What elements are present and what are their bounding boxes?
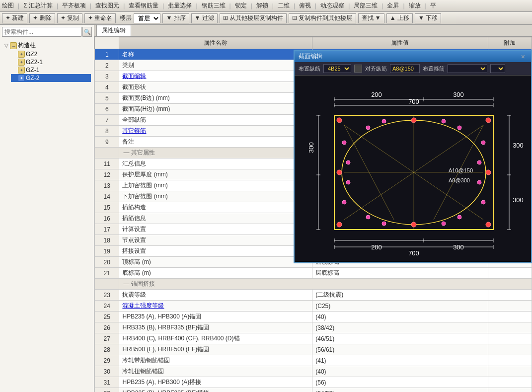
tree-item-gz-1[interactable]: ✦ GZ-1 bbox=[11, 66, 91, 74]
svg-text:300: 300 bbox=[453, 243, 464, 251]
tree-area: ▽ ☰ 构造柱 ✦ GZ2 ✦ GZ2-1 bbox=[0, 39, 94, 392]
prop-extra-cell bbox=[488, 366, 532, 377]
prop-name-link[interactable]: 混凝土强度等级 bbox=[122, 302, 164, 309]
move-up-button[interactable]: ▲ 上移 bbox=[386, 13, 413, 23]
tool-flat[interactable]: 平 bbox=[430, 1, 436, 10]
table-row[interactable]: 30冷轧扭钢筋锚固(40) bbox=[95, 366, 532, 377]
tool-find-diagram[interactable]: 查找图元 bbox=[95, 1, 119, 10]
tree-label-gz-2: GZ-2 bbox=[26, 75, 39, 81]
prop-value-cell[interactable]: (38/42) bbox=[312, 322, 488, 333]
floor-select[interactable]: 首层 bbox=[134, 13, 160, 23]
prop-extra-cell bbox=[488, 344, 532, 355]
tab-property-edit[interactable]: 属性编辑 bbox=[96, 25, 131, 36]
se-input-dq[interactable] bbox=[390, 64, 420, 73]
table-row[interactable]: 23抗震等级(二级抗震) bbox=[95, 290, 532, 301]
tree-item-gz2-1[interactable]: ✦ GZ2-1 bbox=[11, 58, 91, 66]
prop-name-cell: 其它箍筋 bbox=[119, 126, 312, 137]
main-area: 🔍 ▽ ☰ 构造柱 ✦ GZ2 ✦ bbox=[0, 25, 532, 392]
copy-from-button[interactable]: ⊞ 从其他楼层复制构件 bbox=[220, 13, 287, 23]
tree-root-item[interactable]: ▽ ☰ 构造柱 bbox=[3, 41, 91, 50]
prop-name-cell: 顶标高 (m) bbox=[119, 257, 312, 268]
tool-batch-select[interactable]: 批量选择 bbox=[168, 1, 192, 10]
prop-name-link[interactable]: 截面编辑 bbox=[122, 73, 146, 79]
prop-name-cell: 计算设置 bbox=[119, 224, 312, 235]
tool-topview[interactable]: 俯视 bbox=[299, 1, 311, 10]
table-row[interactable]: 31HPB235 (A), HPB300 (A)搭接(56) bbox=[95, 377, 532, 388]
row-num: 29 bbox=[95, 355, 119, 366]
prop-name-link[interactable]: 其它箍筋 bbox=[122, 127, 146, 134]
table-row[interactable]: 32HRB335 (B), HRBF335 (BF)搭接(54/59) bbox=[95, 388, 532, 392]
prop-name-cell: 类别 bbox=[119, 60, 312, 71]
prop-name-cell: HPB235 (A), HPB300 (A)锚固 bbox=[119, 312, 312, 322]
prop-value-cell[interactable]: (C25) bbox=[312, 301, 488, 312]
prop-value-cell[interactable]: (二级抗震) bbox=[312, 290, 488, 301]
table-row[interactable]: 25HPB235 (A), HPB300 (A)锚固(40) bbox=[95, 312, 532, 322]
svg-point-65 bbox=[442, 119, 446, 123]
prop-value-cell[interactable]: 层底标高 bbox=[312, 268, 488, 279]
prop-value-cell[interactable]: (40) bbox=[312, 312, 488, 322]
filter-button[interactable]: ▼ 过滤 bbox=[191, 13, 218, 23]
table-row[interactable]: — 锚固搭接 bbox=[95, 279, 532, 290]
tree-item-gz-2[interactable]: ✦ GZ-2 bbox=[11, 74, 91, 82]
section-svg: 200 300 300 300 300 bbox=[295, 76, 531, 261]
table-row[interactable]: 24混凝土强度等级(C25) bbox=[95, 301, 532, 312]
svg-text:300: 300 bbox=[513, 196, 524, 204]
prop-value-cell[interactable]: (56) bbox=[312, 377, 488, 388]
rename-button[interactable]: ✦ 重命名 bbox=[84, 13, 116, 23]
new-button[interactable]: ✦ 新建 bbox=[2, 13, 27, 23]
row-num: 12 bbox=[95, 169, 119, 180]
prop-value-cell[interactable]: (40) bbox=[312, 366, 488, 377]
prop-name-cell: 底标高 (m) bbox=[119, 268, 312, 279]
prop-name-cell: 截面高(H边) (mm) bbox=[119, 104, 312, 115]
tool-fullscreen[interactable]: 全屏 bbox=[387, 1, 399, 10]
sort-button[interactable]: ▼ 排序 bbox=[162, 13, 189, 23]
section-editor-close[interactable]: × bbox=[519, 53, 527, 61]
find-button[interactable]: 查找 ▼ bbox=[358, 13, 384, 23]
prop-value-cell[interactable]: (56/61) bbox=[312, 344, 488, 355]
svg-text:300: 300 bbox=[513, 142, 524, 149]
toolbar-second: ✦ 新建 ✦ 删除 ✦ 复制 ✦ 重命名 楼层 首层 ▼ 排序 ▼ 过滤 ⊞ 从… bbox=[0, 12, 532, 25]
se-select-extra[interactable]: ▼ bbox=[490, 64, 505, 73]
table-row[interactable]: 29冷轧带肋钢筋锚固(41) bbox=[95, 355, 532, 366]
tool-3d-rebar[interactable]: 钢筋三维 bbox=[202, 1, 226, 10]
th-num bbox=[95, 37, 119, 49]
prop-value-cell[interactable]: (41) bbox=[312, 355, 488, 366]
prop-value-cell[interactable]: (46/51) bbox=[312, 333, 488, 344]
delete-button[interactable]: ✦ 删除 bbox=[29, 13, 55, 23]
tool-drawing[interactable]: 绘图 bbox=[2, 1, 14, 10]
tree-item-gz2[interactable]: ✦ GZ2 bbox=[11, 50, 91, 58]
se-select-lj[interactable]: 4B25 bbox=[323, 64, 351, 73]
svg-point-57 bbox=[481, 141, 485, 145]
prop-name-cell: 节点设置 bbox=[119, 235, 312, 246]
row-num: 17 bbox=[95, 224, 119, 235]
tool-summary[interactable]: Σ 汇总计算 bbox=[23, 1, 53, 10]
tool-view-rebar[interactable]: 查看钢筋量 bbox=[129, 1, 158, 10]
tool-unlock[interactable]: 解锁 bbox=[256, 1, 268, 10]
svg-point-50 bbox=[411, 118, 416, 123]
prop-name-cell: 截面编辑 bbox=[119, 71, 312, 82]
table-row[interactable]: 21底标高 (m)层底标高 bbox=[95, 268, 532, 279]
table-row[interactable]: 26HRB335 (B), HRBF335 (BF)锚固(38/42) bbox=[95, 322, 532, 333]
table-row[interactable]: 28HRB500 (E), HRBF500 (EF)锚固(56/61) bbox=[95, 344, 532, 355]
tool-zoom[interactable]: 缩放 bbox=[409, 1, 421, 10]
svg-text:300: 300 bbox=[453, 91, 464, 98]
row-num: 16 bbox=[95, 213, 119, 224]
tool-orbit[interactable]: 动态观察 bbox=[320, 1, 344, 10]
search-input[interactable] bbox=[2, 27, 81, 37]
svg-text:700: 700 bbox=[408, 249, 419, 257]
table-row[interactable]: 27HRB400 (C), HRBF400 (CF), RRB400 (D)锚(… bbox=[95, 333, 532, 344]
tool-local3d[interactable]: 局部三维 bbox=[354, 1, 378, 10]
search-button[interactable]: 🔍 bbox=[82, 27, 92, 37]
tool-lock[interactable]: 锁定 bbox=[235, 1, 247, 10]
row-num: 8 bbox=[95, 126, 119, 137]
copy-to-button[interactable]: ⊟ 复制构件到其他楼层 bbox=[289, 13, 356, 23]
move-down-button[interactable]: ▼ 下移 bbox=[415, 13, 441, 23]
section-canvas: 200 300 300 300 300 bbox=[295, 76, 531, 261]
prop-name-cell: HRB335 (B), HRBF335 (BF)搭接 bbox=[119, 388, 312, 392]
se-select-bz[interactable] bbox=[448, 64, 487, 73]
tool-align[interactable]: 平齐板项 bbox=[62, 1, 86, 10]
copy-button[interactable]: ✦ 复制 bbox=[57, 13, 82, 23]
prop-value-cell[interactable]: (54/59) bbox=[312, 388, 488, 392]
tool-2d[interactable]: 二维 bbox=[278, 1, 290, 10]
prop-name-cell: 插筋信息 bbox=[119, 213, 312, 224]
